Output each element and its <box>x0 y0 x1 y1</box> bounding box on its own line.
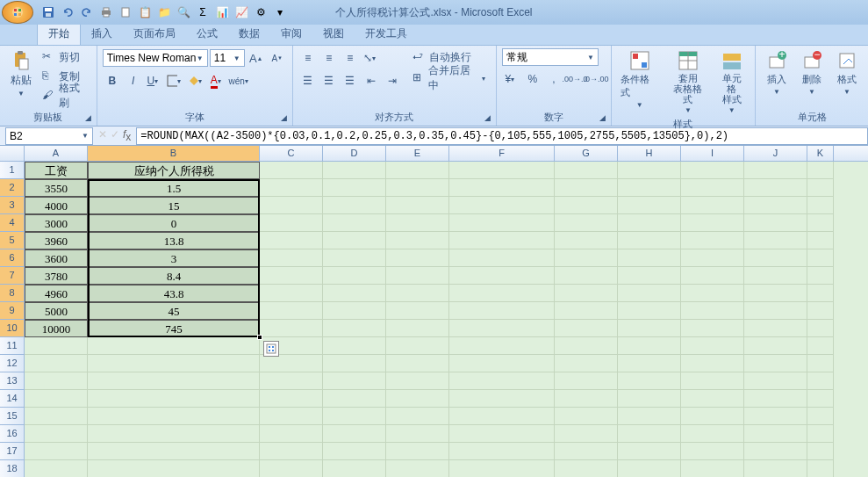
cell[interactable] <box>25 372 88 390</box>
cell[interactable] <box>555 460 618 477</box>
cell[interactable] <box>681 460 744 477</box>
cell[interactable] <box>260 460 323 477</box>
cell[interactable] <box>449 249 555 267</box>
cell[interactable] <box>386 320 449 337</box>
row-header[interactable]: 2 <box>0 179 25 197</box>
cell[interactable] <box>386 214 449 232</box>
cell[interactable] <box>449 460 555 477</box>
cell[interactable] <box>323 249 386 267</box>
qat-icon-8[interactable]: 🔍 <box>176 4 191 20</box>
cell[interactable] <box>260 355 323 372</box>
cell[interactable] <box>449 232 555 249</box>
cell[interactable] <box>386 162 449 179</box>
cell[interactable] <box>260 320 323 337</box>
cell[interactable] <box>386 249 449 267</box>
tab-layout[interactable]: 页面布局 <box>123 23 186 45</box>
cell[interactable] <box>618 302 681 320</box>
qat-more-icon[interactable]: ▾ <box>272 4 288 20</box>
enter-formula-icon[interactable]: ✓ <box>111 128 119 143</box>
cell[interactable] <box>744 355 807 372</box>
cell[interactable]: 工资 <box>25 162 88 179</box>
cell[interactable] <box>555 267 618 285</box>
cell[interactable] <box>744 337 807 355</box>
cell[interactable] <box>25 425 88 443</box>
cell[interactable] <box>449 162 555 179</box>
cell[interactable] <box>681 302 744 320</box>
cell[interactable] <box>323 337 386 355</box>
cell[interactable] <box>449 443 555 460</box>
number-launcher[interactable]: ◢ <box>597 112 609 124</box>
cell[interactable]: 3960 <box>25 232 88 249</box>
cell[interactable] <box>618 320 681 337</box>
cell[interactable] <box>618 232 681 249</box>
cell[interactable] <box>260 372 323 390</box>
percent-button[interactable]: % <box>523 69 542 89</box>
row-header[interactable]: 4 <box>0 214 25 232</box>
align-center-button[interactable]: ☰ <box>319 71 339 90</box>
cell[interactable] <box>260 249 323 267</box>
cell[interactable] <box>744 302 807 320</box>
row-header[interactable]: 6 <box>0 249 25 267</box>
cell[interactable] <box>555 179 618 197</box>
cell[interactable]: 4000 <box>25 197 88 214</box>
cell[interactable] <box>260 425 323 443</box>
cell[interactable] <box>744 460 807 477</box>
cell[interactable] <box>618 337 681 355</box>
cell[interactable] <box>25 460 88 477</box>
conditional-format-button[interactable]: 条件格式▼ <box>617 48 662 111</box>
cell[interactable] <box>744 390 807 408</box>
cell[interactable] <box>744 285 807 302</box>
italic-button[interactable]: I <box>124 71 143 90</box>
cell[interactable] <box>88 425 260 443</box>
cell[interactable] <box>555 320 618 337</box>
cell[interactable] <box>88 337 260 355</box>
cell[interactable]: 0 <box>88 214 260 232</box>
align-right-button[interactable]: ☰ <box>341 71 360 90</box>
cell[interactable]: 3600 <box>25 249 88 267</box>
cell[interactable] <box>744 197 807 214</box>
cell[interactable] <box>88 460 260 477</box>
row-header[interactable]: 13 <box>0 372 25 390</box>
cell[interactable] <box>807 443 834 460</box>
cell[interactable] <box>618 408 681 425</box>
format-painter-button[interactable]: 🖌格式刷 <box>40 87 91 105</box>
cell[interactable] <box>386 443 449 460</box>
cell[interactable] <box>555 372 618 390</box>
cell[interactable] <box>323 214 386 232</box>
cell[interactable] <box>323 408 386 425</box>
qat-icon-12[interactable]: ⚙ <box>253 4 269 20</box>
cell[interactable]: 45 <box>88 302 260 320</box>
col-header-F[interactable]: F <box>449 146 555 161</box>
cell[interactable]: 3780 <box>25 267 88 285</box>
cell[interactable] <box>323 460 386 477</box>
cell[interactable] <box>386 302 449 320</box>
cell[interactable]: 3000 <box>25 214 88 232</box>
cell[interactable] <box>618 249 681 267</box>
cell[interactable] <box>386 285 449 302</box>
cell[interactable] <box>449 302 555 320</box>
tab-data[interactable]: 数据 <box>228 23 270 45</box>
format-cells-button[interactable]: 格式▼ <box>831 48 863 98</box>
number-format-select[interactable]: 常规▼ <box>502 48 599 66</box>
cell[interactable] <box>449 267 555 285</box>
cell[interactable] <box>555 285 618 302</box>
cut-button[interactable]: ✂剪切 <box>40 48 91 66</box>
cell[interactable] <box>681 197 744 214</box>
row-header[interactable]: 12 <box>0 355 25 372</box>
name-box[interactable]: B2▼ <box>5 127 93 145</box>
row-header[interactable]: 16 <box>0 425 25 443</box>
print-icon[interactable] <box>98 4 114 20</box>
cell[interactable] <box>260 214 323 232</box>
paste-button[interactable]: 粘贴 ▼ <box>5 48 37 99</box>
col-header-D[interactable]: D <box>323 146 386 161</box>
col-header-J[interactable]: J <box>744 146 807 161</box>
cell[interactable] <box>555 197 618 214</box>
cell[interactable] <box>25 408 88 425</box>
cell[interactable] <box>449 355 555 372</box>
cell[interactable] <box>555 355 618 372</box>
font-launcher[interactable]: ◢ <box>278 112 291 124</box>
indent-increase-button[interactable]: ⇥ <box>383 71 402 90</box>
cell[interactable] <box>744 179 807 197</box>
cell[interactable]: 4960 <box>25 285 88 302</box>
cell[interactable] <box>555 214 618 232</box>
